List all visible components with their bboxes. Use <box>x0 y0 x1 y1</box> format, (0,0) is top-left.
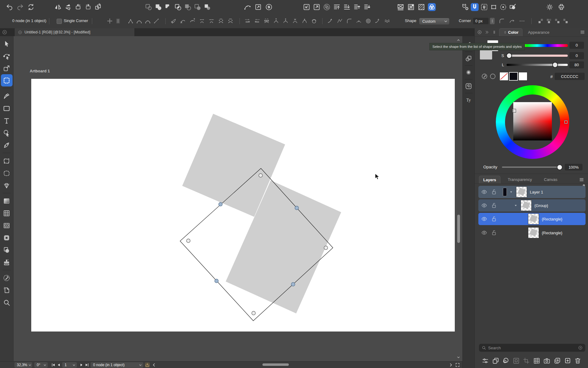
rotate-copy-icon[interactable] <box>94 3 102 11</box>
boolean-outline-icon[interactable] <box>145 3 153 11</box>
expand-path-icon[interactable] <box>254 3 262 11</box>
sharpen-icon[interactable] <box>337 18 343 24</box>
pixel-preview-icon[interactable] <box>407 3 415 11</box>
raise-nodes-icon[interactable] <box>273 18 279 24</box>
unlock-icon[interactable] <box>491 216 497 222</box>
tab-appearance[interactable]: Appearance <box>528 30 549 35</box>
scroll-down-icon[interactable] <box>456 355 461 359</box>
layer-thumbnail[interactable] <box>528 227 539 238</box>
chamfer-corner-icon[interactable] <box>509 18 515 24</box>
zoom-tool[interactable] <box>1 296 13 309</box>
snap-magnet-icon[interactable] <box>471 3 479 11</box>
undo-icon[interactable] <box>6 3 13 11</box>
smooth-out-icon[interactable] <box>327 18 334 24</box>
distribute-nodes-icon[interactable] <box>263 18 270 24</box>
split-panel-icon[interactable] <box>492 30 497 35</box>
disclosure-icon[interactable] <box>513 203 518 208</box>
layer-row-rectangle-selected[interactable]: {Rectangle} <box>478 213 586 225</box>
gather-nodes-icon[interactable] <box>218 18 224 24</box>
rings-icon[interactable] <box>365 18 371 24</box>
rotation-center-icon[interactable] <box>499 3 507 11</box>
node-handle[interactable] <box>324 246 328 250</box>
flip-horizontal-icon[interactable] <box>54 3 62 11</box>
align-bc-icon[interactable] <box>546 18 552 24</box>
layers-menu-icon[interactable] <box>579 177 584 182</box>
swatch-none[interactable] <box>499 72 508 81</box>
canvas-svg[interactable] <box>13 36 462 361</box>
expand-bar-icon[interactable] <box>448 362 453 367</box>
blur-panel-icon[interactable] <box>465 69 472 76</box>
layer-name[interactable]: {Rectangle} <box>542 231 562 235</box>
eyedropper-icon[interactable] <box>481 73 488 80</box>
path-knife-tool[interactable] <box>1 139 13 151</box>
send-backward-icon[interactable] <box>363 3 371 11</box>
color-picker-tool[interactable] <box>1 272 13 284</box>
selection-status-dropdown[interactable]: 0 node (in 1 object) <box>91 362 143 368</box>
last-page-icon[interactable] <box>85 362 89 367</box>
artboard-tool[interactable] <box>1 284 13 296</box>
horizontal-scrollbar[interactable] <box>262 363 289 366</box>
node-handle[interactable] <box>219 202 222 206</box>
narrow-nodes-icon[interactable] <box>208 18 215 24</box>
rotate-right-icon[interactable] <box>84 3 92 11</box>
single-corner-checkbox[interactable] <box>57 19 62 24</box>
saturation-lightness-square[interactable] <box>513 102 552 140</box>
hue-value[interactable]: 0 <box>569 42 584 49</box>
flow-left-icon[interactable] <box>254 18 260 24</box>
layer-row-layer1[interactable]: Layer 1 <box>478 186 586 198</box>
fullscreen-icon[interactable] <box>455 362 460 367</box>
boolean-union-icon[interactable] <box>154 3 162 11</box>
group-objects-icon[interactable] <box>323 3 331 11</box>
text-tool[interactable] <box>1 114 13 127</box>
node-handle[interactable] <box>295 206 299 210</box>
node-handle[interactable] <box>187 239 190 243</box>
print-icon[interactable] <box>557 3 565 11</box>
round-path-icon[interactable] <box>346 18 352 24</box>
tab-canvas[interactable]: Canvas <box>540 176 561 183</box>
align-br-icon[interactable] <box>554 18 560 24</box>
vertical-scrollbar[interactable] <box>457 215 460 243</box>
saturation-value[interactable]: 0 <box>569 52 584 59</box>
scroll-up-icon[interactable] <box>456 38 461 42</box>
clone-tool[interactable] <box>1 244 13 256</box>
search-input[interactable] <box>488 345 577 351</box>
tab-transparency[interactable]: Transparency <box>504 176 536 183</box>
eye-icon[interactable] <box>481 202 488 209</box>
button-tool[interactable] <box>1 232 13 244</box>
layer-thumbnail[interactable] <box>516 186 527 197</box>
flip-vertical-icon[interactable] <box>64 3 72 11</box>
snapshot-icon[interactable] <box>543 357 551 365</box>
typography-panel-icon[interactable]: Ty <box>465 96 472 104</box>
node-handle[interactable] <box>259 174 262 177</box>
knife-node-icon[interactable] <box>170 18 177 24</box>
blend-mode-icon[interactable] <box>428 3 436 11</box>
hue-ring-marker[interactable] <box>564 121 567 124</box>
layer-name[interactable]: {Rectangle} <box>542 217 562 221</box>
rectangle-tool[interactable] <box>1 102 13 114</box>
layer-name[interactable]: Layer 1 <box>530 190 543 194</box>
boolean-trim-icon[interactable] <box>203 3 211 11</box>
pen-tool[interactable] <box>1 90 13 102</box>
eye-icon[interactable] <box>481 189 488 195</box>
align-stagger-icon[interactable] <box>562 18 569 24</box>
eye-icon[interactable] <box>481 229 488 236</box>
boolean-divide-icon[interactable] <box>194 3 202 11</box>
warp-tool[interactable] <box>1 155 13 167</box>
marquee-tool[interactable] <box>1 74 13 86</box>
boolean-exclude-icon[interactable] <box>184 3 192 11</box>
rotate-left-icon[interactable] <box>74 3 82 11</box>
more-options-icon[interactable] <box>519 18 525 24</box>
duplicate-layer-icon[interactable] <box>492 357 499 365</box>
patch-tool[interactable] <box>1 167 13 179</box>
opacity-slider[interactable] <box>502 167 560 168</box>
move-nodes-icon[interactable] <box>107 18 113 24</box>
prev-page-icon[interactable] <box>56 362 61 367</box>
swatch-white[interactable] <box>518 72 527 81</box>
simplify-path-icon[interactable] <box>243 3 251 11</box>
close-tab-icon[interactable] <box>18 30 22 35</box>
delete-layer-icon[interactable] <box>574 357 582 365</box>
lightness-value[interactable]: 80 <box>569 61 584 68</box>
unlock-icon[interactable] <box>491 189 497 195</box>
no-color-icon[interactable] <box>489 73 496 80</box>
shapes-panel-icon[interactable] <box>465 55 472 62</box>
